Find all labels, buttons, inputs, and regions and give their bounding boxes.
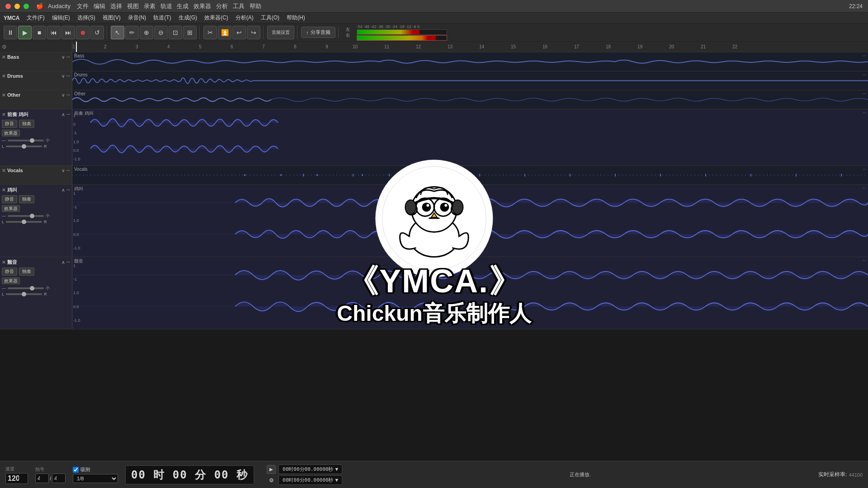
next-button[interactable]: ⏭ bbox=[61, 26, 75, 39]
vu-bar-right[interactable] bbox=[357, 35, 447, 41]
track-jijiao-content[interactable]: 鸡叫 ··· 1 -1 1.0 0.0 -1.0 bbox=[72, 185, 868, 257]
track-qianzou-fx[interactable]: 效果器 bbox=[2, 130, 20, 136]
menu-view[interactable]: 视图(V) bbox=[103, 14, 121, 22]
track-bass-close[interactable]: ✕ bbox=[2, 55, 5, 60]
menu-edit[interactable]: 编辑(E) bbox=[52, 14, 70, 22]
zoom-in-tool[interactable]: ⊕ bbox=[140, 26, 153, 39]
track-jijiao-pan-slider[interactable] bbox=[6, 221, 42, 223]
track-qianzou-pan-row: L R bbox=[2, 144, 70, 149]
zoom-sel-tool[interactable]: ⊞ bbox=[183, 26, 197, 39]
snap-select[interactable]: 1/8 1/4 1/2 1 bbox=[73, 474, 118, 483]
track-bass-collapse[interactable]: ∨ bbox=[61, 55, 65, 60]
track-yuyin-content[interactable]: 颤音 ··· 1 -1 1.0 0.0 -1.0 bbox=[72, 257, 868, 329]
undo-btn[interactable]: ↩ bbox=[232, 26, 246, 39]
track-qianzou-close[interactable]: ✕ bbox=[2, 112, 5, 117]
gear-icon[interactable]: ⚙ bbox=[2, 44, 7, 50]
audio-settings-btn[interactable]: 音频设置 bbox=[267, 26, 294, 39]
max-dot[interactable] bbox=[24, 4, 29, 9]
redo-btn[interactable]: ↪ bbox=[247, 26, 260, 39]
zoom-out-tool[interactable]: ⊖ bbox=[154, 26, 168, 39]
track-drums-collapse[interactable]: ∨ bbox=[61, 74, 65, 79]
menu-fx[interactable]: 效果器(C) bbox=[204, 14, 228, 22]
track-vocals-more[interactable]: ··· bbox=[863, 167, 866, 172]
track-jijiao-mute[interactable]: 静音 bbox=[2, 195, 17, 203]
speed-input[interactable] bbox=[5, 473, 28, 484]
stop-button[interactable]: ■ bbox=[33, 26, 46, 39]
vu-bar-left[interactable] bbox=[357, 29, 447, 35]
track-qianzou-pan-slider[interactable] bbox=[6, 145, 42, 147]
menu-help[interactable]: 帮助(H) bbox=[287, 14, 305, 22]
track-qianzou-content[interactable]: 前奏 鸡叫 ··· 1 0 -1 1.0 0.0 -1.0 bbox=[72, 109, 868, 165]
track-jijiao-close[interactable]: ✕ bbox=[2, 188, 5, 192]
time-sig-den-input[interactable] bbox=[52, 474, 66, 483]
sel-gear-icon[interactable]: ⚙ bbox=[267, 477, 276, 483]
track-bass-more[interactable]: ··· bbox=[863, 53, 866, 58]
track-other-more[interactable]: ··· bbox=[863, 91, 866, 96]
time-sig-num-input[interactable] bbox=[35, 474, 49, 483]
close-dot[interactable] bbox=[5, 4, 11, 9]
share-audio-button[interactable]: ↑ 分享音频 bbox=[301, 27, 335, 38]
sel-play-button[interactable]: ▶ bbox=[267, 465, 276, 474]
track-vocals-collapse[interactable]: ∨ bbox=[61, 168, 65, 173]
menu-analyze[interactable]: 分析(A) bbox=[236, 14, 254, 22]
speed-label: 速度 bbox=[5, 466, 28, 472]
menu-file[interactable]: 文件(F) bbox=[27, 14, 44, 22]
min-dot[interactable] bbox=[14, 4, 20, 9]
track-jijiao-menu[interactable]: ··· bbox=[66, 188, 70, 192]
track-qianzou-solo[interactable]: 独奏 bbox=[19, 120, 34, 128]
pause-button[interactable]: ⏸ bbox=[4, 26, 17, 39]
track-drums-close[interactable]: ✕ bbox=[2, 74, 5, 79]
track-vocals-menu[interactable]: ··· bbox=[66, 168, 70, 173]
track-jijiao-fx[interactable]: 效果器 bbox=[2, 205, 20, 212]
track-drums-content[interactable]: Drums ··· bbox=[72, 71, 868, 90]
track-drums-menu[interactable]: ··· bbox=[66, 74, 70, 79]
track-other-collapse[interactable]: ∨ bbox=[61, 93, 65, 98]
track-jijiao-vol-slider[interactable] bbox=[8, 215, 44, 217]
silence-tool[interactable]: ⏫ bbox=[218, 26, 231, 39]
scale-0: 0 bbox=[73, 122, 80, 127]
menu-select[interactable]: 选择(S) bbox=[77, 14, 95, 22]
track-qianzou-vol-slider[interactable] bbox=[8, 140, 44, 141]
track-vocals-content[interactable]: Vocals ··· bbox=[72, 166, 868, 184]
cursor-tool[interactable]: ↖ bbox=[111, 26, 124, 39]
play-button[interactable]: ▶ bbox=[18, 26, 32, 39]
track-other-close[interactable]: ✕ bbox=[2, 93, 5, 98]
menu-record[interactable]: 录音(N) bbox=[128, 14, 146, 22]
sel-dropdown-icon[interactable]: ▼ bbox=[335, 466, 339, 472]
track-yuyin-vol-slider[interactable] bbox=[8, 287, 44, 289]
prev-button[interactable]: ⏮ bbox=[47, 26, 61, 39]
track-qianzou-more[interactable]: ··· bbox=[863, 110, 866, 115]
track-qianzou-menu[interactable]: ··· bbox=[66, 112, 70, 117]
snap-checkbox[interactable] bbox=[73, 467, 79, 473]
vu-meter-left[interactable]: 左右 -54 -48 -42 -36 -30 -24 -18 -12 -6 0 bbox=[346, 24, 447, 41]
track-bass-menu[interactable]: ··· bbox=[66, 55, 70, 60]
track-yuyin-pan-slider[interactable] bbox=[6, 293, 42, 295]
track-yuyin-mute[interactable]: 静音 bbox=[2, 267, 17, 276]
track-yuyin-more[interactable]: ··· bbox=[863, 258, 866, 263]
zoom-fit-tool[interactable]: ⊡ bbox=[169, 26, 182, 39]
track-other-controls: ✕ Other ∨ ··· bbox=[0, 90, 72, 109]
track-jijiao-collapse[interactable]: ∧ bbox=[61, 188, 65, 192]
track-vocals-close[interactable]: ✕ bbox=[2, 168, 5, 173]
track-yuyin-close[interactable]: ✕ bbox=[2, 260, 5, 265]
track-bass-content[interactable]: Bass ··· bbox=[72, 52, 868, 71]
track-jijiao-more[interactable]: ··· bbox=[863, 186, 866, 191]
track-other-content[interactable]: Other ··· bbox=[72, 90, 868, 109]
track-drums-more[interactable]: ··· bbox=[863, 72, 866, 77]
loop-button[interactable]: ↺ bbox=[90, 26, 104, 39]
track-yuyin-solo[interactable]: 独奏 bbox=[19, 267, 34, 276]
sel-end-dropdown-icon[interactable]: ▼ bbox=[335, 477, 339, 483]
menu-tools[interactable]: 工具(O) bbox=[261, 14, 279, 22]
track-yuyin-collapse[interactable]: ∧ bbox=[61, 260, 65, 265]
track-jijiao-solo[interactable]: 独奏 bbox=[19, 195, 34, 203]
pencil-tool[interactable]: ✏ bbox=[125, 26, 139, 39]
record-button[interactable]: ⏺ bbox=[76, 26, 90, 39]
track-yuyin-fx[interactable]: 效果器 bbox=[2, 277, 20, 284]
track-qianzou-collapse[interactable]: ∧ bbox=[61, 112, 65, 117]
track-yuyin-menu[interactable]: ··· bbox=[66, 260, 70, 265]
menu-gen[interactable]: 生成(G) bbox=[179, 14, 197, 22]
track-other-menu[interactable]: ··· bbox=[66, 93, 70, 98]
menu-track[interactable]: 轨道(T) bbox=[153, 14, 171, 22]
trim-tool[interactable]: ✂ bbox=[203, 26, 217, 39]
track-qianzou-mute[interactable]: 静音 bbox=[2, 120, 17, 128]
